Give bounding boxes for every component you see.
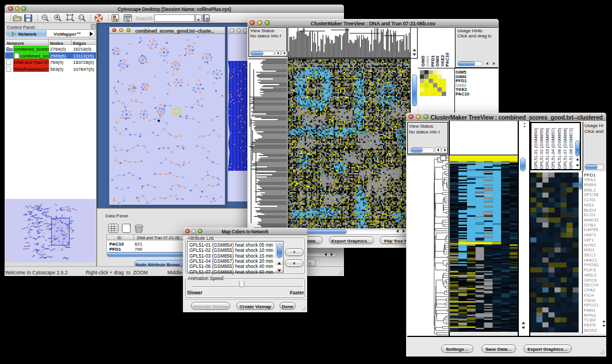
svg-text:1:1: 1:1 xyxy=(79,16,84,19)
